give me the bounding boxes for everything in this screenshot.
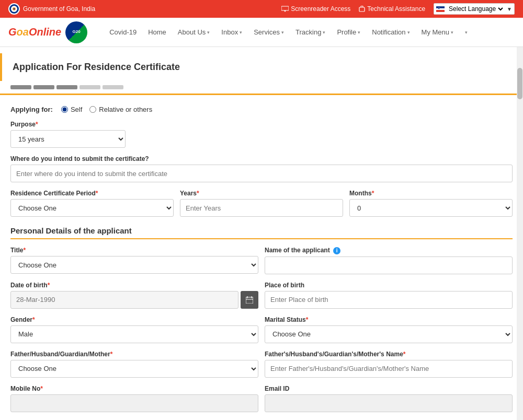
marital-select[interactable]: Choose One SingleMarriedDivorcedWidowed	[265, 325, 513, 343]
guardian-name-label: Father's/Husband's/Guardian's/Mother's N…	[265, 351, 513, 358]
language-select-input[interactable]: Select Language	[447, 5, 505, 13]
svg-rect-4	[281, 6, 289, 10]
radio-group: Self Relative or others	[61, 106, 152, 113]
scrollbar-track[interactable]	[517, 47, 523, 420]
guardian-field: Father/Husband/Guardian/Mother* Choose O…	[10, 351, 258, 378]
marital-label: Marital Status*	[265, 316, 513, 323]
years-field: Years*	[180, 190, 343, 217]
email-field: Email ID	[265, 385, 513, 412]
g20-badge: G20	[65, 21, 87, 43]
radio-self[interactable]: Self	[61, 106, 82, 113]
title-name-row: Title* Choose One Mr.Mrs.Ms.Dr. Name of …	[10, 247, 513, 274]
applicant-name-info-icon[interactable]: i	[333, 247, 340, 254]
radio-relative[interactable]: Relative or others	[89, 106, 152, 113]
mobile-label: Mobile No*	[10, 385, 258, 392]
applicant-name-field: Name of the applicant i	[265, 247, 513, 274]
dob-place-row: Date of birth* Place of birth	[10, 282, 513, 309]
gov-title: Government of Goa, India	[23, 5, 95, 13]
place-birth-input[interactable]	[265, 291, 513, 309]
svg-rect-8	[436, 10, 445, 12]
submit-cert-label: Where do you intend to submit the certif…	[10, 155, 513, 162]
submit-cert-field: Where do you intend to submit the certif…	[10, 155, 513, 182]
title-select[interactable]: Choose One Mr.Mrs.Ms.Dr.	[10, 256, 258, 274]
screenreader-label: Screenreader Access	[291, 5, 350, 13]
technical-label: Technical Assistance	[367, 5, 425, 13]
progress-bar	[0, 81, 523, 94]
progress-step-4	[79, 85, 100, 89]
nav-tracking[interactable]: Tracking ▾	[290, 25, 331, 39]
form-container: Applying for: Self Relative or others Pu…	[0, 94, 523, 420]
language-selector[interactable]: Select Language ▼	[434, 3, 515, 15]
guardian-label: Father/Husband/Guardian/Mother*	[10, 351, 258, 358]
guardian-name-input[interactable]	[265, 360, 513, 378]
months-label: Months*	[349, 190, 513, 197]
radio-self-label: Self	[71, 106, 82, 113]
nav-covid19[interactable]: Covid-19	[104, 25, 142, 39]
period-select[interactable]: Choose One	[10, 199, 174, 217]
applying-for-row: Applying for: Self Relative or others	[10, 106, 513, 113]
years-label: Years*	[180, 190, 343, 197]
purpose-field: Purpose* 15 years 1 year 5 years 10 year…	[10, 121, 513, 148]
period-label: Residence Certificate Period*	[10, 190, 174, 197]
svg-rect-7	[436, 8, 445, 9]
scrollbar-thumb[interactable]	[517, 68, 522, 99]
nav-about-us[interactable]: About Us ▾	[173, 25, 215, 39]
page-title: Application For Residence Certificate	[13, 62, 513, 73]
gender-select[interactable]: Male Female Transgender	[10, 325, 258, 343]
dob-label: Date of birth*	[10, 282, 258, 289]
gender-label: Gender*	[10, 316, 258, 323]
svg-point-10	[438, 7, 440, 9]
guardian-name-field: Father's/Husband's/Guardian's/Mother's N…	[265, 351, 513, 378]
dob-input[interactable]	[10, 291, 238, 309]
guardian-row: Father/Husband/Guardian/Mother* Choose O…	[10, 351, 513, 378]
goa-online-logo[interactable]: GoaOnline	[8, 26, 61, 38]
svg-rect-11	[246, 297, 253, 304]
dob-date-field	[10, 291, 258, 309]
email-label: Email ID	[265, 385, 513, 392]
nav-more[interactable]: ▾	[460, 27, 473, 38]
technical-link[interactable]: Technical Assistance	[359, 5, 425, 13]
title-label: Title*	[10, 247, 258, 254]
applicant-name-label: Name of the applicant i	[265, 247, 513, 254]
dob-field: Date of birth*	[10, 282, 258, 309]
progress-step-3	[56, 85, 77, 89]
nav-notification[interactable]: Notification ▾	[367, 25, 415, 39]
years-input[interactable]	[180, 199, 343, 217]
svg-point-3	[14, 8, 15, 10]
gender-marital-row: Gender* Male Female Transgender Marital …	[10, 316, 513, 343]
screenreader-link[interactable]: Screenreader Access	[281, 5, 350, 13]
applicant-name-input[interactable]	[265, 256, 513, 274]
radio-self-input[interactable]	[61, 106, 68, 113]
progress-step-1	[10, 85, 31, 89]
nav-my-menu[interactable]: My Menu ▾	[416, 25, 459, 39]
submit-cert-input[interactable]	[10, 165, 513, 182]
period-row: Residence Certificate Period* Choose One…	[10, 190, 513, 217]
nav-profile[interactable]: Profile ▾	[332, 25, 366, 39]
gender-field: Gender* Male Female Transgender	[10, 316, 258, 343]
nav-home[interactable]: Home	[143, 25, 172, 39]
progress-step-5	[103, 85, 123, 89]
mobile-field: Mobile No*	[10, 385, 258, 412]
marital-field: Marital Status* Choose One SingleMarried…	[265, 316, 513, 343]
purpose-select[interactable]: 15 years 1 year 5 years 10 years 20 year…	[10, 130, 126, 148]
page-title-bar: Application For Residence Certificate	[0, 53, 523, 81]
purpose-label: Purpose*	[10, 121, 513, 128]
personal-section-header: Personal Details of the applicant	[10, 226, 513, 239]
months-select[interactable]: 0 1234 5678 91011	[349, 199, 513, 217]
progress-step-2	[33, 85, 54, 89]
svg-rect-5	[359, 7, 365, 11]
applying-for-label: Applying for:	[10, 106, 53, 113]
mobile-email-row: Mobile No* Email ID	[10, 385, 513, 412]
radio-relative-input[interactable]	[89, 106, 96, 113]
months-field: Months* 0 1234 5678 91011	[349, 190, 513, 217]
mobile-input[interactable]	[10, 394, 258, 412]
email-input[interactable]	[265, 394, 513, 412]
calendar-button[interactable]	[241, 291, 258, 309]
nav-inbox[interactable]: Inbox ▾	[216, 25, 247, 39]
place-birth-label: Place of birth	[265, 282, 513, 289]
guardian-select[interactable]: Choose One FatherHusbandGuardianMother	[10, 360, 258, 378]
title-field: Title* Choose One Mr.Mrs.Ms.Dr.	[10, 247, 258, 274]
place-birth-field: Place of birth	[265, 282, 513, 309]
nav-services[interactable]: Services ▾	[248, 25, 289, 39]
period-field: Residence Certificate Period* Choose One	[10, 190, 174, 217]
